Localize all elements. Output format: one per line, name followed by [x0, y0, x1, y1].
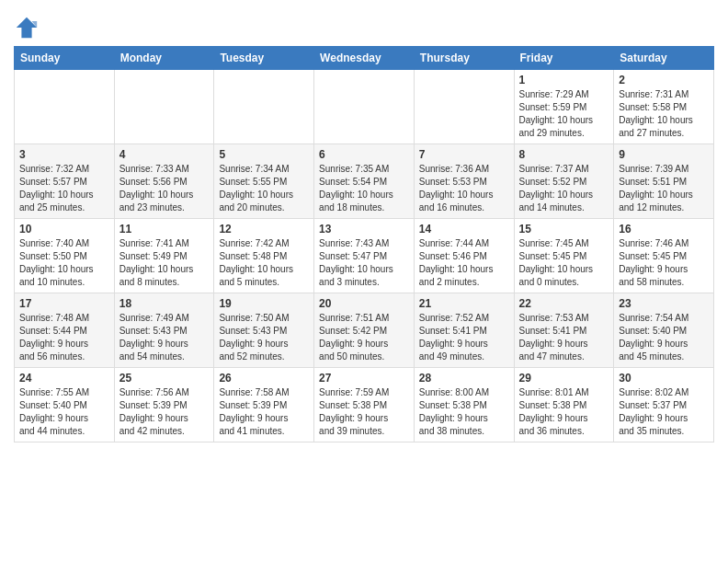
calendar-cell: 29Sunrise: 8:01 AM Sunset: 5:38 PM Dayli…	[514, 368, 614, 442]
page: SundayMondayTuesdayWednesdayThursdayFrid…	[0, 0, 728, 456]
day-number: 6	[319, 148, 409, 161]
day-info: Sunrise: 7:58 AM Sunset: 5:39 PM Dayligh…	[219, 386, 309, 438]
day-number: 29	[519, 372, 609, 385]
day-number: 30	[619, 372, 709, 385]
day-info: Sunrise: 7:29 AM Sunset: 5:59 PM Dayligh…	[519, 88, 609, 140]
calendar-cell	[114, 70, 214, 144]
svg-marker-0	[17, 17, 37, 38]
calendar-cell: 22Sunrise: 7:53 AM Sunset: 5:41 PM Dayli…	[514, 293, 614, 368]
day-info: Sunrise: 7:51 AM Sunset: 5:42 PM Dayligh…	[319, 312, 409, 363]
calendar-cell: 4Sunrise: 7:33 AM Sunset: 5:56 PM Daylig…	[114, 144, 214, 219]
day-info: Sunrise: 8:00 AM Sunset: 5:38 PM Dayligh…	[419, 386, 509, 438]
weekday-header-sunday: Sunday	[15, 47, 115, 70]
calendar-cell: 28Sunrise: 8:00 AM Sunset: 5:38 PM Dayli…	[414, 368, 514, 442]
calendar-cell: 14Sunrise: 7:44 AM Sunset: 5:46 PM Dayli…	[414, 219, 514, 293]
day-info: Sunrise: 7:31 AM Sunset: 5:58 PM Dayligh…	[619, 88, 709, 140]
day-number: 15	[519, 223, 609, 236]
header	[14, 9, 714, 40]
day-number: 4	[119, 148, 210, 161]
day-number: 17	[19, 297, 109, 310]
logo-icon	[14, 15, 40, 40]
day-info: Sunrise: 7:43 AM Sunset: 5:47 PM Dayligh…	[319, 237, 409, 289]
calendar-cell: 8Sunrise: 7:37 AM Sunset: 5:52 PM Daylig…	[514, 144, 614, 219]
calendar-cell: 6Sunrise: 7:35 AM Sunset: 5:54 PM Daylig…	[314, 144, 415, 219]
calendar-cell: 7Sunrise: 7:36 AM Sunset: 5:53 PM Daylig…	[414, 144, 514, 219]
day-number: 25	[119, 372, 210, 385]
calendar-cell	[214, 70, 314, 144]
week-row-5: 24Sunrise: 7:55 AM Sunset: 5:40 PM Dayli…	[15, 368, 714, 442]
day-number: 16	[619, 223, 709, 236]
day-number: 3	[19, 148, 109, 161]
calendar-cell: 26Sunrise: 7:58 AM Sunset: 5:39 PM Dayli…	[214, 368, 314, 442]
calendar-cell: 1Sunrise: 7:29 AM Sunset: 5:59 PM Daylig…	[514, 70, 614, 144]
week-row-1: 1Sunrise: 7:29 AM Sunset: 5:59 PM Daylig…	[15, 70, 714, 144]
day-number: 14	[419, 223, 509, 236]
week-row-4: 17Sunrise: 7:48 AM Sunset: 5:44 PM Dayli…	[15, 293, 714, 368]
day-info: Sunrise: 7:36 AM Sunset: 5:53 PM Dayligh…	[419, 163, 509, 214]
day-number: 21	[419, 297, 509, 310]
calendar-cell: 27Sunrise: 7:59 AM Sunset: 5:38 PM Dayli…	[314, 368, 415, 442]
day-info: Sunrise: 8:01 AM Sunset: 5:38 PM Dayligh…	[519, 386, 609, 438]
day-info: Sunrise: 8:02 AM Sunset: 5:37 PM Dayligh…	[619, 386, 709, 438]
day-info: Sunrise: 7:35 AM Sunset: 5:54 PM Dayligh…	[319, 163, 409, 214]
day-number: 24	[19, 372, 109, 385]
day-info: Sunrise: 7:33 AM Sunset: 5:56 PM Dayligh…	[119, 163, 210, 214]
day-number: 2	[619, 74, 709, 86]
calendar-cell	[414, 70, 514, 144]
day-number: 12	[219, 223, 309, 236]
calendar-cell: 3Sunrise: 7:32 AM Sunset: 5:57 PM Daylig…	[15, 144, 115, 219]
calendar-cell: 13Sunrise: 7:43 AM Sunset: 5:47 PM Dayli…	[314, 219, 415, 293]
day-number: 26	[219, 372, 309, 385]
calendar-cell: 21Sunrise: 7:52 AM Sunset: 5:41 PM Dayli…	[414, 293, 514, 368]
calendar-cell: 25Sunrise: 7:56 AM Sunset: 5:39 PM Dayli…	[114, 368, 214, 442]
day-info: Sunrise: 7:46 AM Sunset: 5:45 PM Dayligh…	[619, 237, 709, 289]
calendar-cell: 16Sunrise: 7:46 AM Sunset: 5:45 PM Dayli…	[614, 219, 714, 293]
day-number: 28	[419, 372, 509, 385]
weekday-header-friday: Friday	[514, 47, 614, 70]
day-info: Sunrise: 7:52 AM Sunset: 5:41 PM Dayligh…	[419, 312, 509, 363]
day-info: Sunrise: 7:32 AM Sunset: 5:57 PM Dayligh…	[19, 163, 109, 214]
weekday-header-wednesday: Wednesday	[314, 47, 415, 70]
calendar-cell: 5Sunrise: 7:34 AM Sunset: 5:55 PM Daylig…	[214, 144, 314, 219]
day-info: Sunrise: 7:56 AM Sunset: 5:39 PM Dayligh…	[119, 386, 210, 438]
day-info: Sunrise: 7:44 AM Sunset: 5:46 PM Dayligh…	[419, 237, 509, 289]
weekday-header-monday: Monday	[114, 47, 214, 70]
day-info: Sunrise: 7:39 AM Sunset: 5:51 PM Dayligh…	[619, 163, 709, 214]
week-row-3: 10Sunrise: 7:40 AM Sunset: 5:50 PM Dayli…	[15, 219, 714, 293]
day-number: 7	[419, 148, 509, 161]
day-info: Sunrise: 7:53 AM Sunset: 5:41 PM Dayligh…	[519, 312, 609, 363]
day-number: 19	[219, 297, 309, 310]
day-info: Sunrise: 7:50 AM Sunset: 5:43 PM Dayligh…	[219, 312, 309, 363]
logo	[14, 15, 41, 40]
calendar-cell: 11Sunrise: 7:41 AM Sunset: 5:49 PM Dayli…	[114, 219, 214, 293]
day-info: Sunrise: 7:41 AM Sunset: 5:49 PM Dayligh…	[119, 237, 210, 289]
day-info: Sunrise: 7:42 AM Sunset: 5:48 PM Dayligh…	[219, 237, 309, 289]
day-number: 11	[119, 223, 210, 236]
week-row-2: 3Sunrise: 7:32 AM Sunset: 5:57 PM Daylig…	[15, 144, 714, 219]
day-info: Sunrise: 7:55 AM Sunset: 5:40 PM Dayligh…	[19, 386, 109, 438]
calendar-cell: 19Sunrise: 7:50 AM Sunset: 5:43 PM Dayli…	[214, 293, 314, 368]
calendar-cell: 9Sunrise: 7:39 AM Sunset: 5:51 PM Daylig…	[614, 144, 714, 219]
calendar-cell: 24Sunrise: 7:55 AM Sunset: 5:40 PM Dayli…	[15, 368, 115, 442]
day-number: 5	[219, 148, 309, 161]
day-number: 22	[519, 297, 609, 310]
day-info: Sunrise: 7:40 AM Sunset: 5:50 PM Dayligh…	[19, 237, 109, 289]
calendar-cell: 30Sunrise: 8:02 AM Sunset: 5:37 PM Dayli…	[614, 368, 714, 442]
day-number: 9	[619, 148, 709, 161]
day-info: Sunrise: 7:48 AM Sunset: 5:44 PM Dayligh…	[19, 312, 109, 363]
day-number: 1	[519, 74, 609, 86]
calendar-cell: 20Sunrise: 7:51 AM Sunset: 5:42 PM Dayli…	[314, 293, 415, 368]
calendar: SundayMondayTuesdayWednesdayThursdayFrid…	[14, 46, 714, 442]
weekday-header-row: SundayMondayTuesdayWednesdayThursdayFrid…	[15, 47, 714, 70]
day-number: 10	[19, 223, 109, 236]
weekday-header-thursday: Thursday	[414, 47, 514, 70]
day-number: 23	[619, 297, 709, 310]
day-info: Sunrise: 7:49 AM Sunset: 5:43 PM Dayligh…	[119, 312, 210, 363]
calendar-cell: 15Sunrise: 7:45 AM Sunset: 5:45 PM Dayli…	[514, 219, 614, 293]
day-info: Sunrise: 7:45 AM Sunset: 5:45 PM Dayligh…	[519, 237, 609, 289]
calendar-cell	[15, 70, 115, 144]
calendar-cell: 18Sunrise: 7:49 AM Sunset: 5:43 PM Dayli…	[114, 293, 214, 368]
day-number: 8	[519, 148, 609, 161]
calendar-cell: 17Sunrise: 7:48 AM Sunset: 5:44 PM Dayli…	[15, 293, 115, 368]
calendar-cell	[314, 70, 415, 144]
